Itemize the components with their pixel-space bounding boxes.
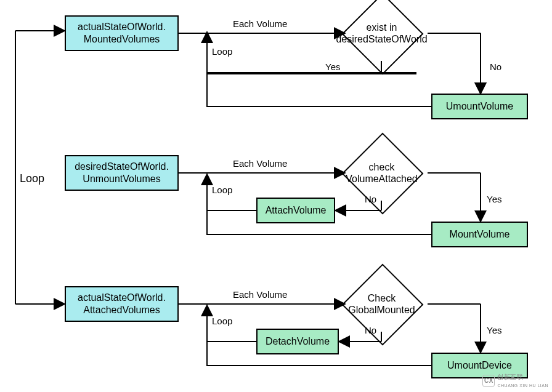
row1-yes-label: Yes — [325, 62, 340, 72]
row2-decision-text: checkVolumeAttached — [346, 148, 417, 198]
row2-source: desiredStateOfWorld.UnmountVolumes — [65, 155, 179, 191]
row1-no-label: No — [490, 62, 501, 72]
outer-loop-label: Loop — [20, 172, 44, 185]
row1-decision-text: exist indesiredStateOfWorld — [346, 9, 417, 58]
row3-yes-label: Yes — [487, 325, 501, 335]
row1-decision: exist indesiredStateOfWorld — [346, 9, 417, 58]
watermark-brand: 创新互联 — [497, 374, 523, 380]
row2-yes-label: Yes — [487, 194, 501, 204]
row2-yes-action: MountVolume — [431, 222, 528, 247]
row2-edge-label: Each Volume — [233, 158, 287, 169]
row1-source: actualStateOfWorld.MountedVolumes — [65, 15, 179, 51]
row2-inner-loop: Loop — [212, 185, 232, 195]
watermark: CX 创新互联 CHUANG XIN HU LIAN — [482, 373, 548, 388]
row1-edge-label: Each Volume — [233, 18, 287, 29]
row2-no-action: AttachVolume — [256, 198, 335, 223]
row1-inner-loop: Loop — [212, 46, 232, 57]
row2-no-label: No — [365, 194, 376, 204]
row3-decision-text: CheckGlobalMounted — [346, 279, 417, 329]
row3-edge-label: Each Volume — [233, 289, 287, 300]
row3-decision: CheckGlobalMounted — [346, 279, 417, 329]
flowchart-canvas: Loop actualStateOfWorld.MountedVolumes e… — [0, 0, 552, 392]
row1-no-action: UmountVolume — [431, 94, 528, 119]
row3-inner-loop: Loop — [212, 316, 232, 326]
row3-source: actualStateOfWorld.AttachedVolumes — [65, 286, 179, 322]
watermark-logo-icon: CX — [482, 375, 495, 387]
watermark-sub: CHUANG XIN HU LIAN — [497, 383, 548, 388]
row3-no-action: DetachVolume — [256, 329, 339, 354]
row3-no-label: No — [365, 325, 376, 335]
row2-decision: checkVolumeAttached — [346, 148, 417, 198]
